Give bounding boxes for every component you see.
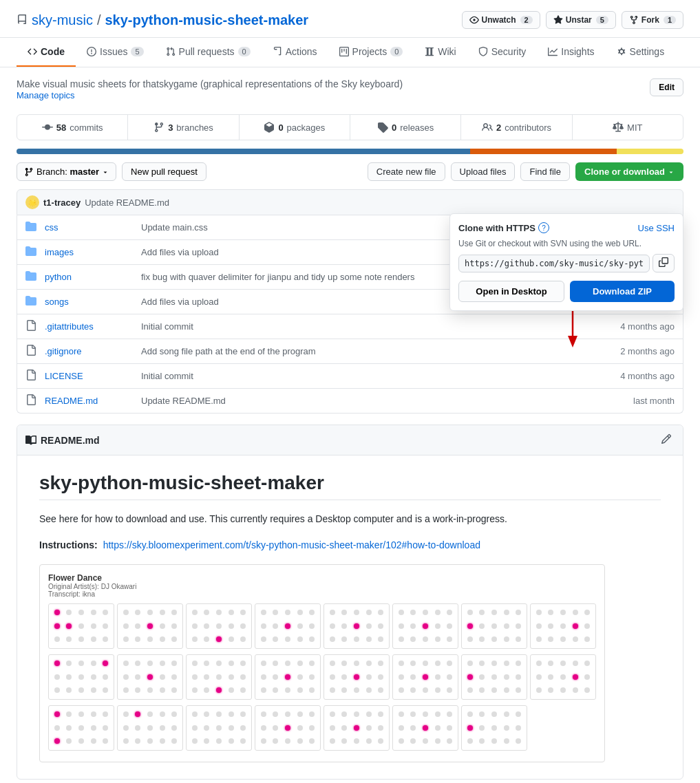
file-name-gitattributes[interactable]: .gitattributes <box>45 321 141 332</box>
clone-description: Use Git or checkout with SVN using the w… <box>458 239 675 248</box>
file-name-readme[interactable]: README.md <box>45 396 141 406</box>
readme-instructions: Instructions: https://sky.bloomexperimen… <box>39 537 661 553</box>
unwatch-button[interactable]: Unwatch 2 <box>462 11 540 29</box>
new-pr-button[interactable]: New pull request <box>122 162 206 181</box>
repo-title: sky-music / sky-python-music-sheet-maker <box>17 12 308 28</box>
commit-message: Update README.md <box>85 197 675 208</box>
code-icon <box>28 47 37 56</box>
edit-readme-button[interactable] <box>658 431 675 449</box>
tab-actions[interactable]: Actions <box>262 38 328 67</box>
copy-url-button[interactable] <box>653 254 675 272</box>
commit-bar: 🌟 t1-tracey Update README.md <box>17 189 683 215</box>
branch-selector[interactable]: Branch: master <box>17 162 116 181</box>
repo-org[interactable]: sky-music <box>32 12 93 28</box>
manage-topics-link[interactable]: Manage topics <box>17 90 75 100</box>
clone-url-input[interactable] <box>458 255 650 272</box>
tab-security[interactable]: Security <box>467 38 538 67</box>
readme-section: README.md sky-python-music-sheet-maker S… <box>17 425 683 780</box>
file-time-gitattributes: 4 months ago <box>599 321 675 332</box>
commits-icon <box>42 122 53 133</box>
file-name-license[interactable]: LICENSE <box>45 371 141 381</box>
file-icon <box>25 369 39 383</box>
stat-releases[interactable]: 0 releases <box>350 115 461 140</box>
file-name-css[interactable]: css <box>45 222 141 233</box>
clone-url-row <box>458 254 675 272</box>
committer-name[interactable]: t1-tracey <box>43 197 81 208</box>
file-name-images[interactable]: images <box>45 247 141 257</box>
file-time-license: 4 months ago <box>599 371 675 381</box>
folder-icon <box>25 295 39 308</box>
file-desc-license: Initial commit <box>141 371 599 381</box>
repo-name[interactable]: sky-python-music-sheet-maker <box>105 12 308 28</box>
tab-issues[interactable]: Issues 5 <box>76 38 155 67</box>
music-sheet-cell <box>324 654 390 700</box>
stat-contributors[interactable]: 2 contributors <box>461 115 572 140</box>
file-time-gitignore: 2 months ago <box>599 346 675 356</box>
music-sheet-cell <box>255 603 321 649</box>
fork-button[interactable]: Fork 1 <box>622 11 683 29</box>
edit-button[interactable]: Edit <box>650 78 683 96</box>
stats-bar: 58 commits 3 branches 0 packages 0 relea… <box>17 114 683 140</box>
readme-instructions-link[interactable]: https://sky.bloomexperiment.com/t/sky-py… <box>103 539 480 550</box>
tab-settings[interactable]: Settings <box>606 38 676 67</box>
file-icon <box>25 320 39 333</box>
people-icon <box>482 122 493 133</box>
upload-files-button[interactable]: Upload files <box>451 162 516 181</box>
readme-body: sky-python-music-sheet-maker See here fo… <box>17 455 683 779</box>
clone-title: Clone with HTTPS <box>458 223 535 233</box>
music-sheet-cell <box>186 603 252 649</box>
music-row-1 <box>48 603 596 649</box>
repo-description: Edit Make visual music sheets for thatsk… <box>0 67 700 106</box>
tab-pull-requests[interactable]: Pull requests 0 <box>155 38 262 67</box>
file-name-songs[interactable]: songs <box>45 297 141 307</box>
music-row-3 <box>48 705 596 751</box>
lang-python <box>17 149 470 154</box>
clone-or-download-button[interactable]: Clone or download <box>575 162 683 181</box>
branch-select-icon <box>24 167 34 177</box>
readme-title-bar: README.md <box>25 435 100 446</box>
svg-marker-1 <box>568 336 577 347</box>
stat-branches[interactable]: 3 branches <box>128 115 239 140</box>
music-row-2 <box>48 654 596 700</box>
music-sheet-cell <box>186 705 252 751</box>
music-sheet-cell <box>117 603 183 649</box>
use-ssh-link[interactable]: Use SSH <box>638 223 675 233</box>
eye-icon <box>469 15 479 25</box>
create-file-button[interactable]: Create new file <box>368 162 445 181</box>
stat-commits[interactable]: 58 commits <box>17 115 128 140</box>
tab-wiki[interactable]: Wiki <box>414 38 467 67</box>
music-sheet-cell <box>530 654 596 700</box>
readme-header: README.md <box>17 425 683 455</box>
branch-icon <box>153 122 165 133</box>
file-name-python[interactable]: python <box>45 272 141 282</box>
pencil-icon <box>661 433 672 444</box>
projects-icon <box>339 47 349 56</box>
stat-packages[interactable]: 0 packages <box>240 115 350 140</box>
repo-sep: / <box>97 12 101 28</box>
folder-icon <box>25 221 39 234</box>
music-sheet-cell <box>461 603 527 649</box>
open-desktop-button[interactable]: Open in Desktop <box>458 281 564 302</box>
music-sheet-cell <box>392 603 458 649</box>
unstar-button[interactable]: Unstar 5 <box>546 11 616 29</box>
file-row: LICENSE Initial commit 4 months ago <box>17 363 683 388</box>
clone-help-icon[interactable]: ? <box>538 222 549 233</box>
tab-projects[interactable]: Projects 0 <box>328 38 414 67</box>
repo-nav: Code Issues 5 Pull requests 0 Actions Pr… <box>0 38 700 67</box>
stat-license[interactable]: MIT <box>573 115 683 140</box>
file-time-readme: last month <box>599 396 675 406</box>
find-file-button[interactable]: Find file <box>520 162 570 181</box>
download-zip-button[interactable]: Download ZIP <box>570 281 675 302</box>
readme-h1: sky-python-music-sheet-maker <box>39 472 661 500</box>
readme-icon <box>25 435 36 446</box>
pr-icon <box>166 47 176 56</box>
tab-insights[interactable]: Insights <box>537 38 605 67</box>
repo-header: sky-music / sky-python-music-sheet-maker… <box>0 0 700 38</box>
tab-code[interactable]: Code <box>17 38 76 67</box>
music-sheet-cell <box>48 705 114 751</box>
flower-dance-preview: Flower Dance Original Artist(s): DJ Okaw… <box>39 564 605 762</box>
music-sheet-cell <box>324 603 390 649</box>
folder-icon <box>25 270 39 283</box>
file-controls-right: Create new file Upload files Find file C… <box>368 162 683 181</box>
file-name-gitignore[interactable]: .gitignore <box>45 346 141 356</box>
